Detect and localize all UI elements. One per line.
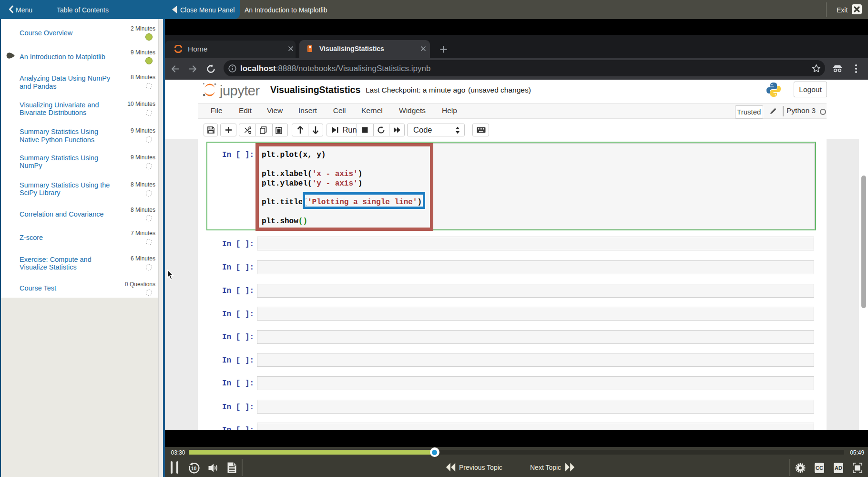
svg-text:10: 10	[191, 466, 197, 471]
